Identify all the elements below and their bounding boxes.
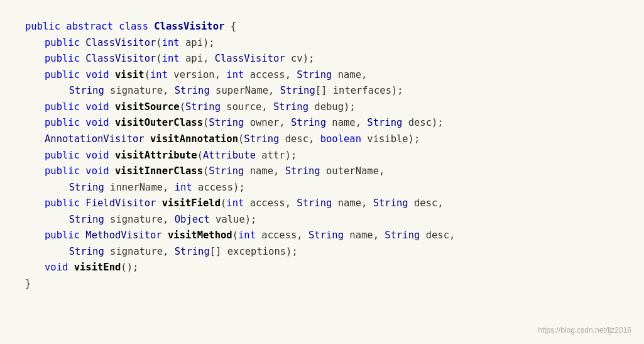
line-class-declaration: public abstract class ClassVisitor { [25, 19, 619, 35]
line-visit2: String signature, String superName, Stri… [25, 83, 619, 99]
line-visitMethod2: String signature, String[] exceptions); [25, 244, 619, 260]
line-visitAnnotation: AnnotationVisitor visitAnnotation(String… [25, 131, 619, 148]
line-constructor1: public ClassVisitor(int api); [25, 35, 619, 52]
line-visitInnerClass1: public void visitInnerClass(String name,… [25, 164, 619, 180]
line-visitField1: public FieldVisitor visitField(int acces… [25, 196, 619, 212]
line-visitAttribute: public void visitAttribute(Attribute att… [25, 148, 619, 164]
line-visitInnerClass2: String innerName, int access); [25, 180, 619, 196]
line-visitSource: public void visitSource(String source, S… [25, 99, 619, 116]
line-visitOuterClass: public void visitOuterClass(String owner… [25, 115, 619, 131]
line-closing-brace: } [25, 276, 619, 292]
line-visitMethod1: public MethodVisitor visitMethod(int acc… [25, 228, 619, 244]
keyword-class: class [119, 21, 148, 32]
line-visitField2: String signature, Object value); [25, 212, 619, 228]
line-visit1: public void visit(int version, int acces… [25, 67, 619, 84]
code-container: public abstract class ClassVisitor { pub… [0, 0, 644, 344]
classname-classvisitor: ClassVisitor [154, 21, 224, 32]
watermark: https://blog.csdn.net/ljz2016 [538, 326, 631, 335]
keyword-abstract: abstract [66, 21, 113, 32]
line-visitEnd: void visitEnd(); [25, 260, 619, 276]
keyword-public: public [25, 21, 60, 32]
code-block: public abstract class ClassVisitor { pub… [25, 19, 619, 292]
line-constructor2: public ClassVisitor(int api, ClassVisito… [25, 51, 619, 67]
